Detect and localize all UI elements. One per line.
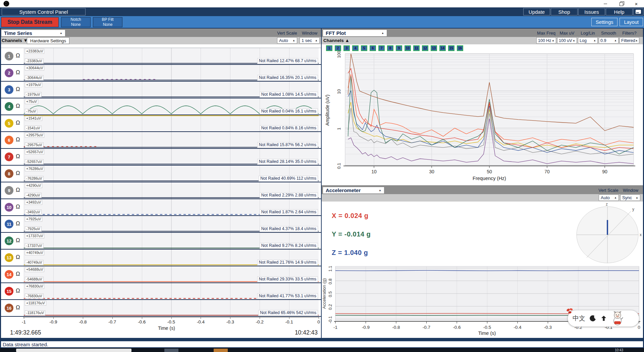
scale-max-label: +23383uV [25,49,44,54]
fft-channel-button[interactable]: 11 [413,45,420,51]
bandpass-filter-button[interactable]: BP Filt None [93,17,122,27]
accel-window-dropdown[interactable]: Sync▲ [620,194,640,201]
channel-row: 4Ω+75uV-75uVNot Railed 0.04% 16.1 uVrms [0,98,321,115]
max-uv-dropdown[interactable]: 100 uV▲ [557,37,577,44]
channel-toggle-button[interactable]: 11 [5,220,13,228]
impedance-button[interactable]: Ω [16,204,20,210]
impedance-button[interactable]: Ω [16,103,20,109]
fft-channels-button[interactable]: Channels ▲ [323,38,350,43]
channel-label: 2Ω [0,65,24,81]
close-button[interactable]: × [629,0,644,7]
vert-scale-dropdown[interactable]: Auto▲ [277,37,297,44]
channel-toggle-button[interactable]: 9 [5,186,13,195]
smooth-dropdown[interactable]: 0.9▲ [599,37,619,44]
fft-channel-button[interactable]: 16 [457,45,463,51]
fft-channel-button[interactable]: 15 [448,45,454,51]
taskbar-app-icon[interactable] [214,349,228,352]
accel-window-label: Window [621,188,640,193]
channel-toggle-button[interactable]: 15 [5,287,13,296]
svg-text:Time (s): Time (s) [478,331,496,336]
fft-channel-button[interactable]: 2 [335,45,341,51]
window-value: 1 sec [302,38,312,43]
channel-toggle-button[interactable]: 6 [5,136,13,144]
time-series-title: Time Series [4,30,32,36]
impedance-button[interactable]: Ω [16,304,20,311]
channel-plot: +40749uV-40749uVNot Railed 21.76% 14.9 u… [24,250,319,266]
impedance-button[interactable]: Ω [16,271,20,277]
minimize-button[interactable] [598,0,613,7]
impedance-button[interactable]: Ω [16,220,20,227]
impedance-button[interactable]: Ω [16,136,20,143]
channel-toggle-button[interactable]: 12 [5,236,13,245]
settings-button[interactable]: Settings [591,18,618,26]
channel-toggle-button[interactable]: 3 [5,85,13,94]
taskbar-app-icon[interactable] [164,349,178,352]
hardware-settings-button[interactable]: Hardware Settings [27,37,69,44]
fft-channel-button[interactable]: 6 [370,45,376,51]
railed-status-label: Not Railed 0.84% 8.16 uVrms [260,125,318,131]
impedance-button[interactable]: Ω [16,69,20,76]
notch-filter-button[interactable]: Notch None [61,17,91,27]
channels-dropdown-button[interactable]: Channels ▼ [2,38,28,43]
impedance-button[interactable]: Ω [16,52,20,59]
fft-channel-button[interactable]: 1 [326,45,332,51]
shop-button[interactable]: Shop [551,8,578,15]
dropdown-arrow-icon: ▲ [614,196,617,199]
channel-toggle-button[interactable]: 7 [5,152,13,161]
log-lin-dropdown[interactable]: Log▲ [578,37,598,44]
filters-dropdown[interactable]: Filtered▲ [620,37,639,44]
ime-mascot-pig-icon[interactable] [611,311,624,326]
channel-toggle-button[interactable]: 1 [5,52,13,60]
fft-channel-button[interactable]: 10 [405,45,411,51]
channel-toggle-button[interactable]: 8 [5,169,13,178]
accelerometer-widget-dropdown[interactable]: Accelerometer ▲ [323,187,384,194]
update-button[interactable]: Update [523,8,550,15]
impedance-button[interactable]: Ω [16,120,20,126]
layout-button[interactable]: Layout [620,18,643,26]
impedance-button[interactable]: Ω [16,288,20,294]
channel-row: 1Ω+23383uV-23383uVNot Railed 12.47% 68.7… [0,48,321,65]
fft-channel-button[interactable]: 14 [439,45,446,51]
fft-channel-button[interactable]: 3 [343,45,350,51]
help-button[interactable]: Help [606,8,633,15]
impedance-button[interactable]: Ω [16,153,20,160]
restore-button[interactable] [613,0,629,7]
window-dropdown[interactable]: 1 sec▲ [300,37,320,44]
channel-label: 8Ω [0,166,24,182]
impedance-button[interactable]: Ω [16,170,20,177]
scale-min-label: -3492uV [25,210,42,215]
stop-data-stream-button[interactable]: Stop Data Stream [1,17,59,27]
filters-value: Filtered [621,38,635,43]
channel-toggle-button[interactable]: 14 [5,270,13,279]
channel-toggle-button[interactable]: 16 [5,304,13,312]
channel-toggle-button[interactable]: 5 [5,119,13,128]
issues-button[interactable]: Issues [578,8,605,15]
fft-channel-button[interactable]: 8 [387,45,393,51]
fft-widget-dropdown[interactable]: FFT Plot ▲ [323,30,387,37]
moon-icon[interactable] [590,315,596,322]
channel-toggle-button[interactable]: 4 [5,102,13,111]
impedance-button[interactable]: Ω [16,237,20,244]
fft-channel-button[interactable]: 4 [352,45,359,51]
max-freq-dropdown[interactable]: 100 Hz▲ [536,37,556,44]
bandpass-value: None [103,22,113,27]
channel-toggle-button[interactable]: 10 [5,203,13,212]
channel-toggle-button[interactable]: 13 [5,253,13,262]
fft-channel-button[interactable]: 5 [361,45,367,51]
fft-channel-button[interactable]: 7 [378,45,385,51]
fullwidth-arrow-icon[interactable] [601,315,607,321]
fft-channel-button[interactable]: 12 [422,45,428,51]
ime-language-button[interactable]: 中文 [573,314,585,323]
impedance-button[interactable]: Ω [16,187,20,193]
fft-channel-button[interactable]: 13 [431,45,437,51]
time-series-widget-dropdown[interactable]: Time Series ▲ [1,30,65,37]
fft-channel-button[interactable]: 9 [396,45,402,51]
impedance-button[interactable]: Ω [16,254,20,261]
console-log-button[interactable] [633,8,643,15]
scale-min-label: -54688uV [25,277,44,282]
impedance-button[interactable]: Ω [16,86,20,93]
system-control-panel-button[interactable]: System Control Panel [2,8,86,15]
taskbar-search-input[interactable] [16,349,131,352]
accel-vert-scale-dropdown[interactable]: Auto▲ [599,194,619,201]
channel-toggle-button[interactable]: 2 [5,69,13,77]
